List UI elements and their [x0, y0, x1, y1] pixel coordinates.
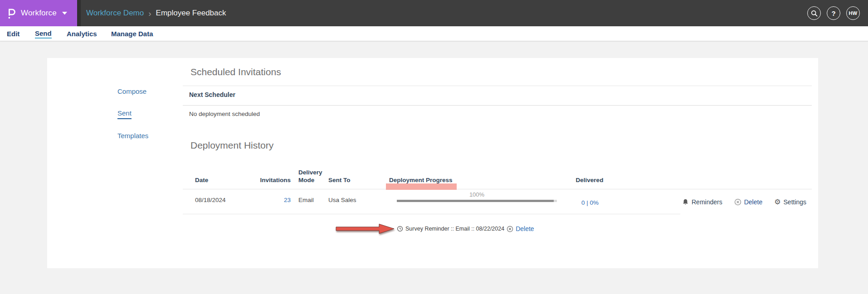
column-header-invitations: Invitations [242, 177, 291, 184]
app-logo-icon [6, 7, 16, 19]
search-button[interactable] [807, 6, 821, 20]
help-icon: ? [831, 10, 835, 17]
avatar-initials: HW [849, 10, 858, 16]
breadcrumb-parent-link[interactable]: Workforce Demo [86, 9, 144, 18]
column-header-delivery-mode: Delivery Mode [298, 169, 327, 184]
tab-manage-data-label: Manage Data [111, 30, 153, 38]
tab-edit[interactable]: Edit [7, 26, 20, 41]
divider [183, 86, 812, 86]
tab-edit-label: Edit [7, 30, 20, 38]
clock-icon [397, 226, 403, 232]
row-sent-to: Usa Sales [328, 197, 356, 203]
project-tab-bar: Edit Send Analytics Manage Data [0, 26, 868, 41]
progress-percent-label: 100% [397, 191, 557, 198]
breadcrumb-current: Employee Feedback [156, 9, 226, 18]
divider [183, 105, 812, 106]
sidebar-item-sent[interactable]: Sent [117, 109, 132, 117]
product-name: Workforce [21, 9, 57, 18]
history-table-header: Date Invitations Delivery Mode Sent To D… [183, 163, 812, 189]
tab-analytics-label: Analytics [67, 30, 97, 38]
reminder-text: Survey Reminder :: Email :: 08/22/2024 [405, 226, 504, 232]
sidebar-compose-label: Compose [117, 87, 146, 95]
send-panel-card: Compose Sent Templates Scheduled Invitat… [47, 58, 818, 268]
highlight-annotation [386, 183, 457, 190]
top-header-bar: Workforce Workforce Demo › Employee Feed… [0, 0, 868, 26]
next-scheduler-header: Next Scheduler [189, 91, 235, 98]
reminders-button[interactable]: Reminders [682, 198, 722, 206]
circle-x-icon[interactable] [507, 226, 513, 232]
settings-label: Settings [784, 198, 807, 206]
product-switcher-button[interactable]: Workforce [0, 0, 77, 26]
breadcrumb: Workforce Demo › Employee Feedback [86, 0, 226, 26]
row-date: 08/18/2024 [195, 197, 226, 203]
tab-manage-data[interactable]: Manage Data [111, 26, 153, 41]
reminder-delete-link[interactable]: Delete [516, 225, 534, 232]
row-delivered-link[interactable]: 0 | 0% [570, 199, 610, 206]
tab-analytics[interactable]: Analytics [67, 26, 97, 41]
sidebar-sent-label: Sent [117, 109, 132, 119]
column-header-sent-to: Sent To [328, 177, 351, 184]
progress-fill [397, 200, 554, 202]
bell-icon [682, 198, 689, 206]
settings-button[interactable]: ⚙ Settings [774, 198, 806, 206]
tab-send[interactable]: Send [35, 26, 52, 41]
table-row: 08/18/2024 23 Email Usa Sales 100% 0 | 0… [183, 189, 680, 214]
sidebar-item-templates[interactable]: Templates [117, 132, 148, 140]
delete-deployment-button[interactable]: Delete [734, 198, 762, 206]
delete-label: Delete [744, 198, 762, 206]
column-header-date: Date [195, 177, 208, 184]
header-actions: ? HW [807, 0, 860, 26]
circle-x-icon [734, 198, 741, 206]
no-deployment-message: No deployment scheduled [189, 111, 260, 117]
tab-send-label: Send [35, 29, 52, 39]
scheduled-invitations-title: Scheduled Invitations [190, 67, 281, 77]
row-invitations-link[interactable]: 23 [242, 197, 291, 203]
row-delivery-mode: Email [298, 197, 314, 203]
user-avatar[interactable]: HW [846, 6, 860, 20]
search-icon [810, 10, 818, 17]
column-header-delivered: Delivered [569, 177, 610, 184]
red-arrow-annotation-icon [335, 223, 395, 235]
sidebar-templates-label: Templates [117, 132, 148, 140]
header-divider [77, 0, 81, 26]
reminders-label: Reminders [692, 198, 722, 206]
deployment-progress-bar: 100% [397, 191, 557, 202]
reminder-sub-row: Survey Reminder :: Email :: 08/22/2024 D… [335, 222, 534, 236]
sidebar-item-compose[interactable]: Compose [117, 87, 146, 95]
reminder-info: Survey Reminder :: Email :: 08/22/2024 D… [397, 225, 534, 232]
chevron-down-icon [62, 12, 67, 15]
progress-track [397, 200, 557, 202]
breadcrumb-separator-icon: › [148, 9, 151, 18]
deployment-history-title: Deployment History [190, 140, 273, 151]
gear-icon: ⚙ [774, 198, 780, 206]
help-button[interactable]: ? [827, 6, 840, 20]
row-actions: Reminders Delete ⚙ Settings [682, 189, 806, 214]
